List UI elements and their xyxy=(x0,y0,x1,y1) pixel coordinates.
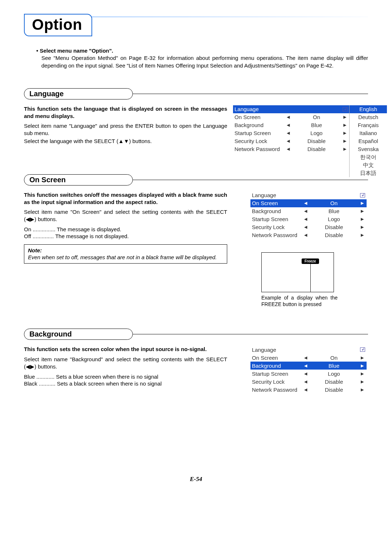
background-p1: Select item name "Background" and select… xyxy=(24,356,227,370)
language-summary: This function sets the language that is … xyxy=(24,105,227,120)
osd-row-label: On Screen xyxy=(250,355,301,361)
triangle-left-icon: ◀ xyxy=(301,355,310,360)
note-body: Even when set to off, messages that are … xyxy=(28,254,223,261)
language-option: Svenska xyxy=(350,145,387,153)
language-option: Italiano xyxy=(350,129,387,137)
triangle-left-icon: ◀ xyxy=(301,233,310,237)
language-p1: Select item name "Language" and press th… xyxy=(24,122,227,137)
osd-row-label: Startup Screen xyxy=(250,216,301,222)
triangle-left-icon: ◀ xyxy=(284,139,293,143)
triangle-right-icon: ▶ xyxy=(358,363,367,368)
osd-row: Startup Screen◀Logo▶ xyxy=(250,215,367,223)
triangle-left-icon: ◀ xyxy=(284,123,293,127)
osd-row-label: Startup Screen xyxy=(233,130,284,136)
osd-row: Startup Screen◀Logo▶ xyxy=(233,129,349,137)
osd-row-label: Network Password xyxy=(250,232,301,238)
triangle-left-icon: ◀ xyxy=(301,209,310,213)
osd-row-label: On Screen xyxy=(250,200,301,206)
triangle-right-icon: ▶ xyxy=(358,371,367,376)
language-option: 한국어 xyxy=(350,153,387,161)
enter-icon xyxy=(343,107,348,111)
osd-row-value: Blue xyxy=(293,122,340,128)
triangle-right-icon: ▶ xyxy=(358,201,367,205)
heading-background: Background xyxy=(24,329,133,340)
triangle-left-icon: ◀ xyxy=(301,225,310,229)
osd-row-value: Disable xyxy=(293,138,340,144)
section-rule xyxy=(128,334,368,334)
osd-row: Background◀Blue▶ xyxy=(233,121,349,129)
intro-bullet: • Select menu name "Option". xyxy=(36,47,368,54)
triangle-right-icon: ▶ xyxy=(358,379,367,384)
osd-row-value: On xyxy=(310,355,358,361)
onscreen-summary: This function switches on/off the messag… xyxy=(24,191,227,206)
osd-menu-background: LanguageOn Screen◀On▶Background◀Blue▶Sta… xyxy=(250,346,367,394)
section-background: Background This function sets the screen… xyxy=(24,329,368,394)
osd-row-value: Disable xyxy=(310,232,358,238)
language-option: English xyxy=(350,105,387,113)
triangle-left-icon: ◀ xyxy=(301,201,310,205)
osd-row-value: Disable xyxy=(310,224,358,230)
freeze-badge: Freeze xyxy=(302,258,319,264)
section-rule xyxy=(128,94,368,94)
osd-row-value: On xyxy=(310,200,358,206)
language-option: Français xyxy=(350,121,387,129)
osd-row-label: Background xyxy=(233,122,284,128)
triangle-right-icon: ▶ xyxy=(358,233,367,237)
triangle-left-icon: ◀ xyxy=(301,363,310,368)
osd-row-value: Blue xyxy=(310,363,358,369)
osd-row-value: Disable xyxy=(310,387,358,393)
triangle-right-icon: ▶ xyxy=(340,115,349,119)
intro-body: See "Menu Operation Method" on Page E-32… xyxy=(41,54,368,69)
triangle-left-icon: ◀ xyxy=(301,379,310,384)
triangle-right-icon: ▶ xyxy=(358,387,367,392)
osd-row-value: Disable xyxy=(293,146,340,152)
osd-row: Language xyxy=(250,346,367,354)
freeze-pointer-line xyxy=(310,264,311,292)
osd-row-value: Logo xyxy=(293,130,340,136)
page-title-wrap: Option xyxy=(24,14,368,36)
osd-row-label: Network Password xyxy=(233,146,284,152)
onscreen-p1: Select item name "On Screen" and select … xyxy=(24,208,227,223)
heading-onscreen: On Screen xyxy=(24,174,133,186)
triangle-left-icon: ◀ xyxy=(284,131,293,135)
triangle-right-icon: ▶ xyxy=(340,123,349,127)
background-def-blue: Blue ............ Sets a blue screen whe… xyxy=(24,373,227,380)
osd-row: Network Password◀Disable▶ xyxy=(250,231,367,239)
osd-row-value: Logo xyxy=(310,216,358,222)
osd-row-label: Language xyxy=(250,192,301,198)
onscreen-def-off: Off .............. The message is not di… xyxy=(24,233,227,240)
osd-row: Language xyxy=(250,191,367,199)
osd-row-value: Blue xyxy=(310,208,358,214)
triangle-left-icon: ◀ xyxy=(301,387,310,392)
page-title: Option xyxy=(32,16,82,33)
osd-row: On Screen◀On▶ xyxy=(250,199,367,207)
osd-row: Network Password◀Disable▶ xyxy=(233,145,349,153)
section-language: Language This function sets the language… xyxy=(24,88,368,153)
freeze-display-box: Freeze xyxy=(261,252,334,292)
osd-row-label: Background xyxy=(250,363,301,369)
osd-row: On Screen◀On▶ xyxy=(250,354,367,362)
enter-icon xyxy=(360,193,365,197)
osd-row-label: On Screen xyxy=(233,114,284,120)
osd-row: Security Lock◀Disable▶ xyxy=(233,137,349,145)
triangle-right-icon: ▶ xyxy=(358,217,367,221)
background-def-black: Black ........... Sets a black screen wh… xyxy=(24,380,227,387)
osd-row: Startup Screen◀Logo▶ xyxy=(250,370,367,378)
osd-row-label: Security Lock xyxy=(250,224,301,230)
triangle-right-icon: ▶ xyxy=(340,147,349,151)
osd-row: Background◀Blue▶ xyxy=(250,207,367,215)
freeze-example: Freeze Example of a display when the FRE… xyxy=(261,252,334,307)
page-number: E-54 xyxy=(0,476,392,483)
heading-language: Language xyxy=(24,88,133,99)
freeze-caption: Example of a display when the FREEZE but… xyxy=(261,294,338,307)
section-rule xyxy=(128,180,368,180)
triangle-left-icon: ◀ xyxy=(284,115,293,119)
triangle-left-icon: ◀ xyxy=(301,371,310,376)
language-option: Deutsch xyxy=(350,113,387,121)
osd-row-value: Disable xyxy=(310,379,358,385)
triangle-right-icon: ▶ xyxy=(358,355,367,360)
osd-row-label: Background xyxy=(250,208,301,214)
osd-row-label: Language xyxy=(233,106,284,112)
osd-row: Security Lock◀Disable▶ xyxy=(250,378,367,386)
note-heading: Note: xyxy=(28,247,223,254)
